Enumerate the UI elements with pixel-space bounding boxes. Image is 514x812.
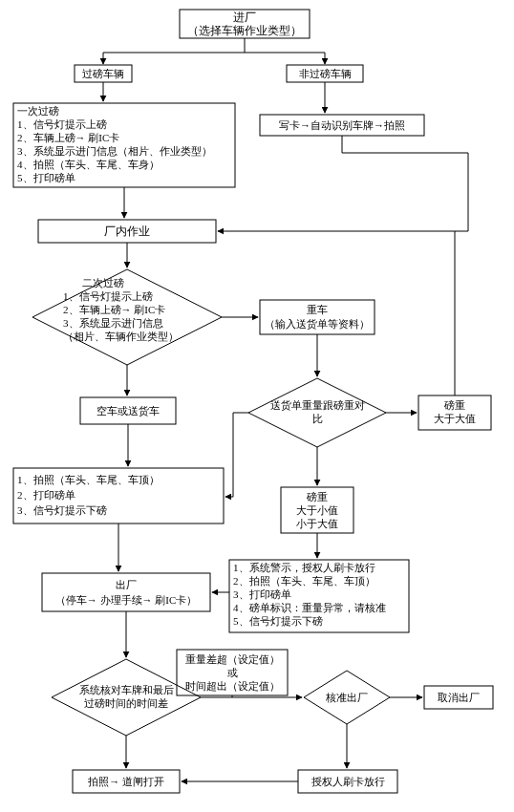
sw-line2: 2、车辆上磅→ 刷IC卡	[63, 304, 165, 315]
gt-large-1: 磅重	[443, 399, 465, 411]
pp-line1: 1、拍照（车头、车尾、车顶）	[17, 474, 160, 485]
over-3: 时间超出（设定值）	[185, 680, 280, 692]
fw-line4: 4、拍照（车头、车尾、车身）	[17, 159, 160, 170]
al-line4: 4、磅单标识：重量异常，请核准	[233, 602, 386, 613]
sw-line3: 3、系统显示进门信息	[63, 317, 163, 329]
first-weigh-header: 一次过磅	[17, 105, 59, 117]
fw-line2: 2、车辆上磅→ 刷IC卡	[17, 132, 119, 143]
gate-open-label: 拍照→ 道闸打开	[87, 776, 164, 787]
mid-range-1: 磅重	[306, 491, 328, 502]
exit-title-label: 出厂	[116, 579, 137, 590]
sys-check-1: 系统核对车牌和最后	[79, 684, 174, 695]
al-line1: 1、系统警示，授权人刷卡放行	[233, 562, 375, 573]
al-line2: 2、拍照（车头、车尾、车顶）	[233, 575, 375, 587]
pp-line3: 3、信号灯提示下磅	[17, 504, 107, 516]
second-weigh-header: 二次过磅	[82, 277, 124, 288]
sw-line4: （相片、车辆作业类型）	[63, 331, 179, 342]
start-sub: （选择车辆作业类型）	[187, 24, 302, 37]
mid-range-2: 大于小值	[296, 504, 338, 516]
sys-check-2: 过磅时间的时间差	[84, 697, 168, 709]
fw-line1: 1、信号灯提示上磅	[17, 118, 107, 130]
compare-label-2: 比	[312, 413, 323, 424]
start-title: 进厂	[233, 11, 256, 24]
auth-swipe-label: 授权人刷卡放行	[311, 776, 385, 787]
approve-label: 核准出厂	[325, 692, 368, 703]
empty-delivery-label: 空车或送货车	[96, 405, 160, 417]
mid-range-3: 小于大值	[296, 518, 338, 529]
heavy-vehicle-label: 重车	[307, 304, 328, 315]
fw-line5: 5、打印磅单	[17, 172, 75, 183]
sw-line1: 1、信号灯提示上磅	[63, 290, 153, 302]
nonweigh-process-text: 写卡→自动识别车牌→拍照	[279, 119, 405, 131]
exit-sub-label: （停车→ 办理手续→ 刷IC卡）	[55, 594, 198, 606]
pp-line2: 2、打印磅单	[17, 489, 75, 501]
compare-label-1: 送货单重量跟磅重对	[270, 399, 365, 411]
gt-large-2: 大于大值	[434, 413, 476, 424]
over-1: 重量差超（设定值）	[185, 653, 280, 665]
cancel-exit-label: 取消出厂	[438, 692, 480, 703]
inplant-label: 厂内作业	[104, 224, 150, 238]
fw-line3: 3、系统显示进门信息（相片、作业类型）	[17, 145, 212, 157]
al-line5: 5、信号灯提示下磅	[233, 615, 323, 627]
al-line3: 3、打印磅单	[233, 588, 291, 600]
nonweigh-vehicle-label: 非过磅车辆	[299, 68, 352, 79]
over-2: 或	[227, 667, 238, 678]
weigh-vehicle-label: 过磅车辆	[82, 68, 124, 79]
heavy-vehicle-sub: （输入送货单等资料）	[265, 318, 370, 330]
